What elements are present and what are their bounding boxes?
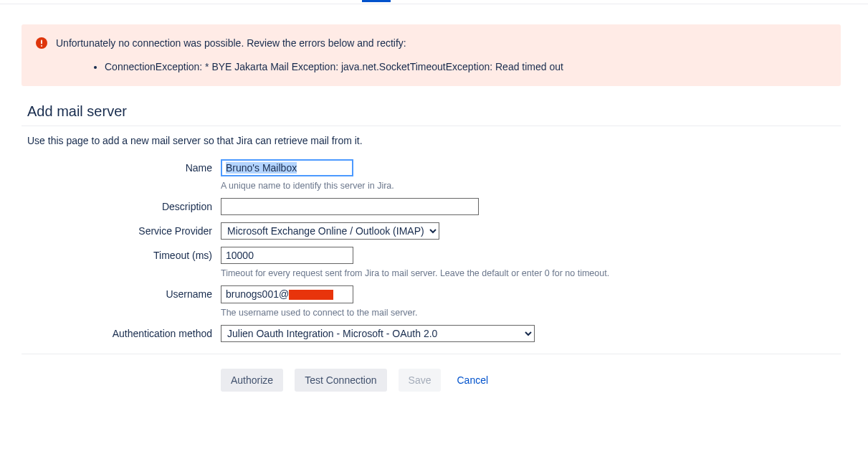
tab-underline bbox=[362, 0, 391, 2]
redacted-domain bbox=[289, 290, 333, 300]
description-field[interactable] bbox=[221, 198, 479, 215]
form-divider bbox=[22, 354, 841, 354]
authorize-button[interactable]: Authorize bbox=[221, 369, 283, 392]
username-help: The username used to connect to the mail… bbox=[221, 308, 841, 318]
description-label: Description bbox=[27, 198, 221, 212]
svg-rect-1 bbox=[41, 40, 42, 44]
auth-method-label: Authentication method bbox=[27, 325, 221, 339]
title-divider bbox=[22, 126, 841, 126]
name-help: A unique name to identify this server in… bbox=[221, 181, 841, 191]
error-title: Unfortunately no connection was possible… bbox=[56, 36, 826, 51]
auth-method-select[interactable]: Julien Oauth Integration - Microsoft - O… bbox=[221, 325, 535, 342]
test-connection-button[interactable]: Test Connection bbox=[295, 369, 386, 392]
timeout-help: Timeout for every request sent from Jira… bbox=[221, 268, 841, 278]
page-description: Use this page to add a new mail server s… bbox=[27, 135, 841, 146]
page-title: Add mail server bbox=[27, 103, 841, 126]
cancel-button[interactable]: Cancel bbox=[452, 369, 492, 392]
timeout-label: Timeout (ms) bbox=[27, 247, 221, 261]
error-icon bbox=[36, 37, 47, 49]
save-button: Save bbox=[399, 369, 442, 392]
username-label: Username bbox=[27, 285, 221, 300]
username-field[interactable]: brunogs001@ bbox=[221, 285, 353, 303]
name-label: Name bbox=[27, 159, 221, 174]
svg-point-2 bbox=[41, 45, 42, 47]
error-panel: Unfortunately no connection was possible… bbox=[22, 24, 841, 86]
service-provider-label: Service Provider bbox=[27, 222, 221, 237]
timeout-field[interactable] bbox=[221, 247, 353, 264]
top-divider bbox=[0, 4, 868, 4]
error-list-item: ConnectionException: * BYE Jakarta Mail … bbox=[105, 60, 826, 75]
service-provider-select[interactable]: Microsoft Exchange Online / Outlook (IMA… bbox=[221, 222, 439, 240]
name-field[interactable]: Bruno's Mailbox bbox=[221, 159, 353, 176]
